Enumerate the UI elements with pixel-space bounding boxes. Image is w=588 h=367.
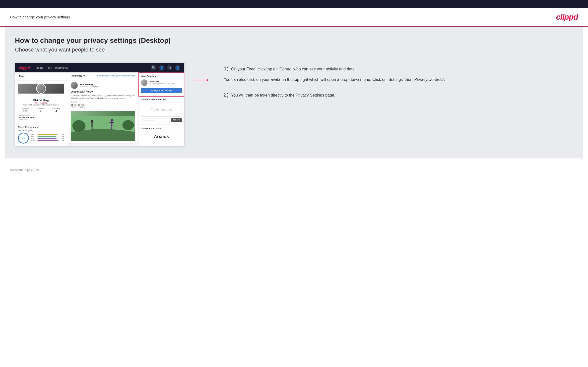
svg-rect-7 xyxy=(92,127,92,130)
svg-rect-13 xyxy=(112,126,112,130)
profile-label: Plus Handicap xyxy=(35,102,48,104)
trackman-add-button[interactable]: Add Link xyxy=(171,118,182,122)
avatar-icon[interactable]: 👤 xyxy=(175,65,180,70)
arrow-line xyxy=(194,80,207,80)
feed-header: Following ▾ Control who can see your act… xyxy=(67,72,138,79)
app-body: Feed Blair McHarg Plus Handicap Royal No… xyxy=(15,72,184,146)
app-nav-icons: 🔍 👤 ⊕ 👤 xyxy=(151,65,180,70)
post-duration-label: Duration xyxy=(71,101,135,103)
svg-rect-8 xyxy=(92,127,93,130)
post-title: Lesson with Fordy xyxy=(71,90,135,93)
step-1-number: 1) xyxy=(224,65,229,72)
svg-rect-6 xyxy=(90,123,94,123)
app-screenshot: clippd Home My Performance 🔍 👤 ⊕ 👤 Feed xyxy=(15,63,184,146)
app-sidebar: Feed Blair McHarg Plus Handicap Royal No… xyxy=(15,72,67,146)
nav-item-performance[interactable]: My Performance xyxy=(48,66,68,69)
score-bar-arg: ARG 86 xyxy=(31,138,64,140)
step-1-extra: You can also click on your avatar in the… xyxy=(224,76,573,83)
svg-rect-12 xyxy=(111,126,112,130)
score-bars: OTT 90 APP 85 ARG 86 PUTT xyxy=(31,134,64,142)
add-icon[interactable]: ⊕ xyxy=(167,65,172,70)
post-duration-value: 01 hr : 30 min xyxy=(71,104,135,106)
control-privacy-link[interactable]: Control who can see your activity and da… xyxy=(97,75,135,77)
app-navbar: clippd Home My Performance 🔍 👤 ⊕ 👤 xyxy=(15,63,184,72)
latest-activity: Latest Activity Lesson with Fordy 03 Aug… xyxy=(18,114,64,120)
search-icon[interactable]: 🔍 xyxy=(151,65,156,70)
arccos-logo: Arccos xyxy=(141,132,182,142)
instruction-1: 1) On your Feed, click/tap on 'Control w… xyxy=(224,65,573,83)
post-tags: OTT APP xyxy=(71,106,135,109)
svg-point-3 xyxy=(123,120,134,130)
profile-stats: Activities 131 Followers 3 Following 4 xyxy=(18,108,64,112)
page-heading: How to change your privacy settings (Des… xyxy=(15,37,573,45)
profile-club: Royal North Devon Golf Club, United King… xyxy=(23,104,59,106)
profile-name: Blair McHarg xyxy=(33,99,49,102)
app-right-sidebar: Your Coaches David Ford 📍 Royal North De… xyxy=(138,72,184,146)
svg-point-9 xyxy=(111,119,113,121)
score-bar-ott: OTT 90 xyxy=(31,134,64,136)
feed-post: Blair McHarg Yesterday · Sunningdale Les… xyxy=(67,79,138,144)
trackman-input-row: Trackman Link Add Link xyxy=(141,118,182,122)
manage-coaches-button[interactable]: Manage Your Coaches xyxy=(141,88,182,93)
post-tag-app: APP xyxy=(78,106,85,109)
stat-followers: Followers 3 xyxy=(37,108,45,112)
arrow-head xyxy=(207,79,209,81)
content-row: clippd Home My Performance 🔍 👤 ⊕ 👤 Feed xyxy=(15,63,573,146)
header: How to change your privacy settings clip… xyxy=(0,8,588,27)
post-image xyxy=(71,111,135,141)
page-title: How to change your privacy settings xyxy=(10,15,70,19)
coach-club: 📍 Royal North Devon Golf Club xyxy=(149,83,174,85)
footer: Copyright Clippd 2022 xyxy=(0,163,588,177)
clippd-logo: clippd xyxy=(556,12,578,22)
post-avatar xyxy=(71,82,78,89)
player-performance: Player Performance Total Player Quality … xyxy=(15,123,67,146)
connect-title: Connect your data xyxy=(141,127,182,130)
trackman-section: Upload a Trackman Test Trackman Link Tra… xyxy=(138,96,184,125)
coach-item: David Ford 📍 Royal North Devon Golf Club xyxy=(141,79,182,86)
post-user-meta: Yesterday · Sunningdale xyxy=(80,86,99,88)
app-feed: Following ▾ Control who can see your act… xyxy=(67,72,138,146)
score-bar-putt: PUTT 96 xyxy=(31,140,64,142)
trackman-title: Upload a Trackman Test xyxy=(141,98,182,101)
connect-section: Connect your data Arccos xyxy=(138,125,184,144)
stat-activities: Activities 131 xyxy=(22,108,29,112)
trackman-input-area: Trackman Link xyxy=(141,103,182,117)
user-icon[interactable]: 👤 xyxy=(159,65,164,70)
trackman-link-input[interactable]: Trackman Link xyxy=(141,118,170,122)
feed-tab[interactable]: Feed xyxy=(15,72,67,81)
post-tag-ott: OTT xyxy=(71,106,77,109)
instruction-2: 2) You will then be taken directly to th… xyxy=(224,92,573,99)
app-nav-items: Home My Performance xyxy=(36,66,145,69)
instructions-panel: 1) On your Feed, click/tap on 'Control w… xyxy=(219,63,573,107)
coaches-section: Your Coaches David Ford 📍 Royal North De… xyxy=(138,72,184,96)
svg-point-4 xyxy=(91,120,93,122)
trackman-placeholder: Trackman Link xyxy=(143,108,180,111)
coach-avatar xyxy=(141,79,147,86)
nav-item-home[interactable]: Home xyxy=(36,66,43,69)
svg-rect-11 xyxy=(110,122,114,123)
score-bar-app: APP 85 xyxy=(31,136,64,138)
app-logo-icon: clippd xyxy=(19,66,30,70)
main-content: How to change your privacy settings (Des… xyxy=(5,27,583,158)
post-body: Looking to feel like my hands are exitin… xyxy=(71,94,135,100)
top-bar xyxy=(0,0,588,8)
step-2-text: You will then be taken directly to the P… xyxy=(231,93,335,97)
post-user-name: Blair McHarg xyxy=(80,83,99,86)
svg-point-2 xyxy=(72,120,86,132)
arrow-connector xyxy=(194,63,209,81)
page-subheading: Choose what you want people to see xyxy=(15,47,573,53)
coach-name: David Ford xyxy=(149,81,174,83)
coaches-title: Your Coaches xyxy=(141,75,182,77)
stat-following: Following 4 xyxy=(53,108,60,112)
svg-rect-10 xyxy=(111,121,112,126)
score-circle: 92 xyxy=(18,133,29,144)
footer-text: Copyright Clippd 2022 xyxy=(10,168,40,172)
post-header: Blair McHarg Yesterday · Sunningdale xyxy=(71,82,135,89)
profile-card: Blair McHarg Plus Handicap Royal North D… xyxy=(15,81,67,123)
following-button[interactable]: Following ▾ xyxy=(71,74,85,77)
step-1-text: On your Feed, click/tap on 'Control who … xyxy=(231,67,356,71)
player-quality-row: 92 OTT 90 APP 85 ARG xyxy=(18,133,64,144)
step-2-number: 2) xyxy=(224,92,229,98)
